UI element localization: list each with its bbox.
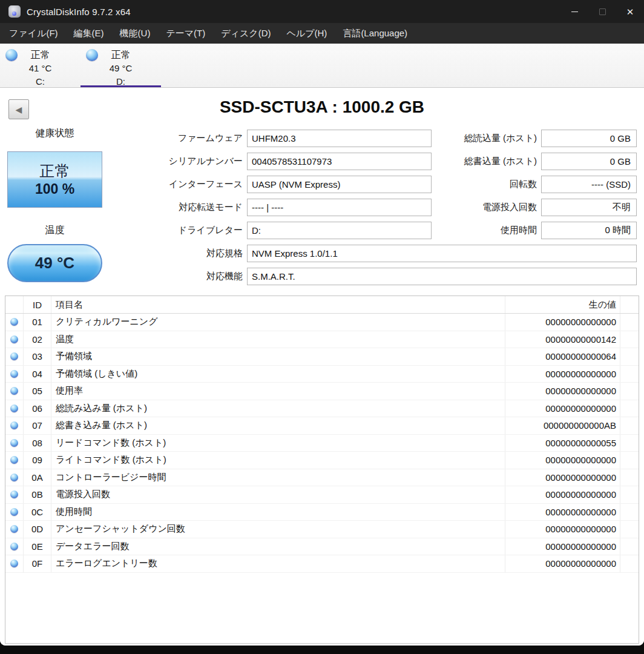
drive-tab-temperature: 49 °C [110, 62, 133, 75]
attribute-raw-value: 00000000000000 [505, 452, 620, 469]
attribute-status-orb-icon [10, 456, 18, 464]
menu-item-label: 編集(E) [74, 28, 104, 39]
menu-item-label: テーマ(T) [166, 28, 205, 39]
table-row[interactable]: 04 予備領域 (しきい値) 00000000000000 [5, 366, 639, 383]
attribute-raw-value: 000000000000AB [505, 417, 620, 434]
attribute-status-orb-icon [10, 508, 18, 516]
attribute-status-orb-icon [10, 318, 18, 326]
attribute-raw-value: 00000000000000 [505, 538, 620, 555]
attribute-raw-value: 00000000000000 [505, 504, 620, 521]
attribute-id: 0C [24, 504, 51, 521]
table-row[interactable]: 0A コントローラービジー時間 00000000000000 [5, 469, 639, 487]
table-row[interactable]: 02 温度 00000000000142 [5, 331, 639, 349]
attribute-id: 04 [24, 366, 51, 383]
table-row[interactable]: 0E データエラー回数 00000000000000 [5, 538, 639, 556]
attribute-status-orb-icon [10, 474, 18, 481]
drive-tab-status: 正常 [111, 48, 131, 62]
table-row[interactable]: 07 総書き込み量 (ホスト) 000000000000AB [5, 417, 639, 435]
attribute-id: 06 [24, 400, 51, 417]
table-row[interactable]: 08 リードコマンド数 (ホスト) 00000000000055 [5, 435, 639, 452]
info-field-label: 使用時間 [412, 225, 539, 236]
attribute-name: コントローラービジー時間 [51, 469, 505, 486]
attribute-id: 0F [24, 555, 51, 572]
attribute-name: 予備領域 (しきい値) [51, 366, 505, 383]
minimize-icon [571, 12, 578, 12]
smart-attribute-table: ID 項目名 生の値 01 クリティカルワーニング 00000000000000… [5, 296, 639, 644]
table-row[interactable]: 06 総読み込み量 (ホスト) 00000000000000 [5, 400, 639, 418]
attribute-id: 05 [24, 383, 51, 400]
menu-item[interactable]: 言語(Language) [335, 23, 415, 44]
attribute-id: 09 [24, 452, 51, 469]
menu-item-label: ファイル(F) [9, 28, 58, 39]
attribute-status-orb-icon [10, 405, 18, 412]
status-column-header [5, 296, 24, 313]
attribute-status-orb-icon [10, 490, 18, 498]
app-window: CrystalDiskInfo 9.7.2 x64 ✕ ファイル(F) 編集(E… [0, 0, 644, 646]
info-field-label: 回転数 [412, 179, 539, 190]
attribute-id: 08 [24, 435, 51, 452]
attribute-raw-value: 00000000000000 [505, 521, 620, 538]
disk-status-orb-icon [5, 49, 18, 61]
attribute-name: クリティカルワーニング [51, 314, 505, 331]
info-field-value: D: [247, 222, 432, 239]
attribute-raw-value: 00000000000000 [505, 366, 620, 383]
attribute-id: 0E [24, 538, 51, 555]
health-percent-value: 100 % [35, 180, 74, 198]
main-panel: ◀ SSD-SCTU3A : 1000.2 GB 健康状態 正常 100 % 温… [0, 88, 644, 646]
attribute-id: 03 [24, 348, 51, 365]
info-field-value: 不明 [541, 199, 637, 216]
menu-item[interactable]: 編集(E) [66, 23, 112, 44]
table-row[interactable]: 03 予備領域 00000000000064 [5, 348, 639, 366]
menu-item-label: ディスク(D) [221, 28, 271, 39]
minimize-button[interactable] [560, 0, 588, 23]
table-header-row: ID 項目名 生の値 [5, 296, 639, 314]
menu-item[interactable]: 機能(U) [112, 23, 159, 44]
info-field-value: 0 時間 [541, 222, 637, 239]
menu-item[interactable]: ファイル(F) [1, 23, 66, 44]
health-status-indicator: 正常 100 % [7, 151, 102, 208]
table-row[interactable]: 0C 使用時間 00000000000000 [5, 504, 639, 521]
disk-status-orb-icon [86, 49, 98, 61]
drive-tab-letter: C: [36, 75, 45, 88]
table-row[interactable]: 01 クリティカルワーニング 00000000000000 [5, 314, 639, 331]
close-button[interactable]: ✕ [616, 0, 644, 23]
info-field-row: 総読込量 (ホスト) 0 GB [412, 130, 637, 147]
attribute-name: エラーログエントリー数 [51, 555, 505, 572]
drive-tab[interactable]: 正常 41 °C C: [0, 44, 80, 87]
attribute-raw-value: 00000000000000 [505, 400, 620, 417]
info-field-value: UASP (NVM Express) [247, 176, 432, 193]
attribute-id: 01 [24, 314, 51, 331]
table-row[interactable]: 0D アンセーフシャットダウン回数 00000000000000 [5, 521, 639, 538]
info-field-label: 対応機能 [139, 271, 245, 282]
drive-tab-status: 正常 [31, 48, 50, 62]
attribute-id: 0A [24, 469, 51, 486]
menu-item[interactable]: ディスク(D) [213, 23, 278, 44]
attribute-raw-value: 00000000000000 [505, 555, 620, 572]
titlebar: CrystalDiskInfo 9.7.2 x64 ✕ [0, 0, 644, 23]
table-row[interactable]: 05 使用率 00000000000000 [5, 383, 639, 400]
info-field-row: 電源投入回数 不明 [412, 199, 637, 216]
drive-tab-temperature: 41 °C [29, 62, 52, 75]
info-field-value: 0 GB [541, 153, 637, 170]
temperature-label: 温度 [7, 224, 102, 237]
attribute-raw-value: 00000000000055 [505, 435, 620, 452]
drive-tab[interactable]: 正常 49 °C D: [80, 44, 161, 87]
attribute-name: ライトコマンド数 (ホスト) [51, 452, 505, 469]
menu-item[interactable]: ヘルプ(H) [278, 23, 335, 44]
info-field-value: ---- | ---- [247, 199, 432, 216]
info-field-label: シリアルナンバー [139, 156, 245, 167]
info-field-label: ドライブレター [139, 225, 245, 236]
attribute-name: データエラー回数 [51, 538, 505, 555]
info-field-row: 総書込量 (ホスト) 0 GB [412, 153, 637, 170]
table-row[interactable]: 0F エラーログエントリー数 00000000000000 [5, 555, 639, 573]
attribute-status-orb-icon [10, 387, 18, 395]
attribute-name: 予備領域 [51, 348, 505, 365]
table-row[interactable]: 09 ライトコマンド数 (ホスト) 00000000000000 [5, 452, 639, 469]
maximize-button[interactable] [588, 0, 616, 23]
attribute-name: 総書き込み量 (ホスト) [51, 417, 505, 434]
attribute-status-orb-icon [10, 421, 18, 429]
menu-item[interactable]: テーマ(T) [158, 23, 213, 44]
table-row[interactable]: 0B 電源投入回数 00000000000000 [5, 486, 639, 504]
info-field-value: 0 GB [541, 130, 637, 147]
attribute-status-orb-icon [10, 439, 18, 447]
